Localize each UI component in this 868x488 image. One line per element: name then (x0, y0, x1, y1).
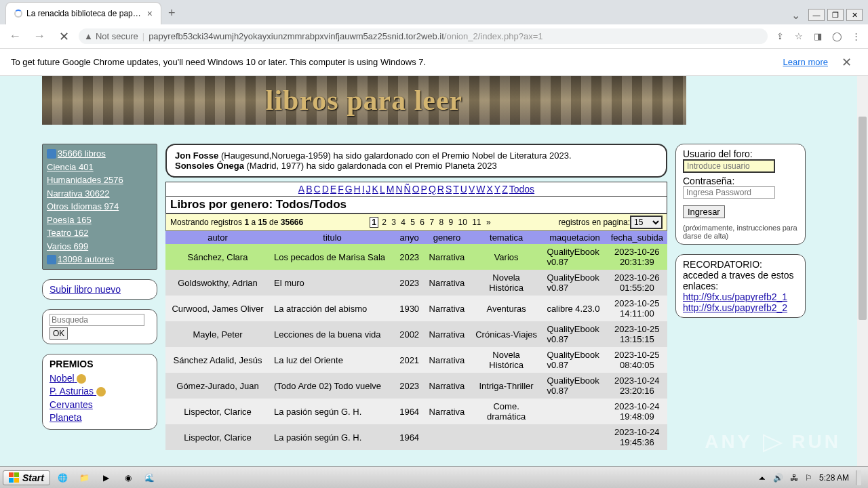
page-number[interactable]: 7 (428, 218, 435, 227)
info-bar-close-icon[interactable]: ✕ (836, 55, 857, 70)
start-button[interactable]: Start (3, 470, 50, 485)
premio-link[interactable]: Cervantes (50, 399, 150, 412)
stat-link[interactable]: Narrativa 30622 (47, 187, 153, 201)
url-bar[interactable]: ▲ Not secure | papyrefb53cki34wumjh2yoka… (79, 28, 768, 44)
alpha-link[interactable]: Z (502, 184, 508, 195)
table-row[interactable]: Sánchez Adalid, JesúsLa luz del Oriente2… (165, 347, 667, 373)
alpha-link[interactable]: Ñ (404, 184, 411, 195)
page-number[interactable]: 3 (390, 218, 397, 227)
stat-link[interactable]: Ciencia 401 (47, 161, 153, 174)
alpha-link[interactable]: K (372, 184, 378, 195)
browser-tab[interactable]: La renacida biblioteca de papyrefb2 × (5, 2, 161, 24)
next-page[interactable]: » (485, 218, 492, 227)
alpha-link[interactable]: G (345, 184, 353, 195)
column-header[interactable]: maquetacion (542, 231, 606, 244)
maximize-button[interactable]: ❐ (827, 9, 844, 21)
premio-link[interactable]: P. Asturias (50, 385, 150, 399)
alpha-link[interactable]: C (314, 184, 321, 195)
bookmark-icon[interactable]: ☆ (792, 30, 806, 43)
stat-link[interactable]: 13098 autores (47, 253, 153, 266)
alpha-link[interactable]: S (446, 184, 452, 195)
column-header[interactable]: autor (165, 231, 270, 244)
alpha-link[interactable]: R (437, 184, 444, 195)
table-row[interactable]: Lispector, ClariceLa pasión según G. H.1… (165, 424, 667, 450)
stat-link[interactable]: Poesía 165 (47, 214, 153, 227)
alpha-link[interactable]: H (354, 184, 361, 195)
alpha-link[interactable]: V (469, 184, 475, 195)
clock[interactable]: 5:28 AM (819, 473, 849, 483)
premio-link[interactable]: Planeta (50, 411, 150, 425)
flag-icon[interactable]: ⚐ (805, 473, 812, 483)
chrome-icon[interactable]: ◉ (119, 469, 137, 487)
scrollbar-thumb[interactable] (859, 117, 867, 320)
page-number[interactable]: 2 (380, 218, 388, 227)
alpha-link[interactable]: F (338, 184, 344, 195)
alpha-link[interactable]: D (322, 184, 329, 195)
stat-link[interactable]: Varios 699 (47, 240, 153, 253)
media-player-icon[interactable]: ▶ (98, 469, 115, 487)
search-input[interactable] (50, 314, 144, 326)
page-number[interactable]: 9 (447, 218, 454, 227)
alpha-link[interactable]: M (387, 184, 395, 195)
table-row[interactable]: Mayle, PeterLecciones de la buena vida20… (165, 321, 667, 347)
alpha-link[interactable]: P (421, 184, 427, 195)
volume-icon[interactable]: 🔊 (773, 473, 783, 483)
security-badge[interactable]: ▲ Not secure (84, 31, 138, 41)
alpha-link[interactable]: X (487, 184, 493, 195)
column-header[interactable]: titulo (270, 231, 395, 244)
mirror-link[interactable]: http://9fx.us/papyrefb2_1 (683, 291, 798, 302)
alpha-link[interactable]: J (366, 184, 371, 195)
chevron-down-icon[interactable]: ⌄ (791, 9, 800, 22)
search-ok-button[interactable]: OK (50, 327, 68, 340)
column-header[interactable]: fecha_subida (607, 231, 667, 244)
network-icon[interactable]: 🖧 (790, 473, 798, 483)
back-button[interactable]: ← (5, 27, 24, 46)
alpha-link[interactable]: T (453, 184, 459, 195)
learn-more-link[interactable]: Learn more (783, 57, 828, 67)
ie-icon[interactable]: 🌐 (54, 469, 72, 487)
alpha-link[interactable]: Todos (509, 184, 534, 195)
alpha-link[interactable]: L (380, 184, 385, 195)
stat-link[interactable]: Otros Idiomas 974 (47, 200, 153, 214)
minimize-button[interactable]: — (808, 9, 825, 21)
edge-icon[interactable]: 🌊 (141, 469, 159, 487)
side-panel-icon[interactable]: ◨ (811, 30, 825, 43)
login-button[interactable]: Ingresar (683, 205, 725, 218)
mirror-link[interactable]: http://9fx.us/papyrefb2_2 (683, 302, 798, 313)
column-header[interactable]: anyo (395, 231, 424, 244)
premio-link[interactable]: Nobel (50, 372, 150, 386)
profile-icon[interactable]: ◯ (830, 30, 844, 43)
alpha-link[interactable]: A (298, 184, 304, 195)
column-header[interactable]: tematica (470, 231, 543, 244)
per-page-select[interactable]: 15 (630, 216, 663, 229)
table-row[interactable]: Sánchez, ClaraLos pecados de Marisa Sala… (165, 244, 667, 270)
page-number[interactable]: 10 (456, 218, 468, 227)
alpha-link[interactable]: O (412, 184, 420, 195)
tray-expand-icon[interactable]: ⏶ (758, 473, 766, 483)
stop-button[interactable]: ✕ (54, 27, 73, 46)
table-row[interactable]: Lispector, ClariceLa pasión según G. H.1… (165, 399, 667, 424)
stat-link[interactable]: Humanidades 2576 (47, 174, 153, 187)
username-input[interactable] (683, 159, 775, 173)
table-row[interactable]: Curwood, James OliverLa atracción del ab… (165, 296, 667, 321)
stat-link[interactable]: 35666 libros (47, 147, 153, 161)
alpha-link[interactable]: N (395, 184, 402, 195)
table-row[interactable]: Goldswokthy, AdrianEl muro2023NarrativaN… (165, 270, 667, 296)
new-tab-button[interactable]: + (161, 2, 182, 24)
window-close-button[interactable]: ✕ (846, 9, 863, 21)
alpha-link[interactable]: W (476, 184, 485, 195)
password-input[interactable] (683, 186, 775, 199)
table-row[interactable]: Gómez-Jurado, Juan(Todo Arde 02) Todo vu… (165, 373, 667, 399)
alpha-link[interactable]: U (460, 184, 467, 195)
show-desktop-icon[interactable] (856, 470, 861, 485)
menu-icon[interactable]: ⋮ (849, 30, 863, 43)
scrollbar-track[interactable] (857, 76, 868, 466)
stat-link[interactable]: Teatro 162 (47, 226, 153, 240)
alpha-link[interactable]: E (330, 184, 336, 195)
page-number[interactable]: 8 (437, 218, 445, 227)
close-icon[interactable]: × (147, 8, 153, 19)
alpha-link[interactable]: Y (494, 184, 500, 195)
alpha-link[interactable]: I (362, 184, 365, 195)
share-icon[interactable]: ⇪ (773, 30, 787, 43)
forward-button[interactable]: → (30, 27, 49, 46)
